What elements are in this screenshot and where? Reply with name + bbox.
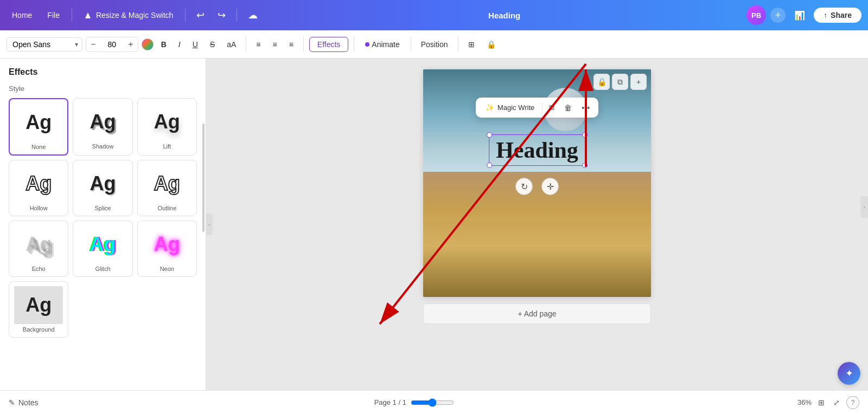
help-button[interactable]: ? [846, 396, 859, 409]
heading-text[interactable]: Heading [496, 137, 578, 163]
style-card-shadow[interactable]: Ag Shadow [73, 98, 132, 156]
bottom-center: Page 1 / 1 [39, 398, 790, 407]
cloud-save-button[interactable]: ☁ [244, 7, 262, 23]
font-size-decrease-button[interactable]: − [86, 37, 100, 51]
bold-button[interactable]: B [157, 38, 171, 51]
sidebar-collapse-handle[interactable]: ‹ [206, 214, 213, 235]
font-size-input[interactable] [101, 38, 123, 51]
list-indent-button[interactable]: ≡ [285, 38, 298, 51]
page-info: Page 1 / 1 [374, 398, 406, 406]
float-toolbar: ✨ Magic Write ⧉ 🗑 ••• [476, 98, 598, 118]
right-panel-collapse[interactable]: › [860, 196, 868, 218]
position-button[interactable]: Position [417, 38, 452, 51]
text-case-button[interactable]: aA [222, 38, 240, 51]
style-label-none: None [31, 144, 46, 150]
document-title: Heading [488, 11, 520, 20]
toolbar-divider-2 [303, 37, 304, 52]
canvas-background-image: 🔒 ⧉ + ✨ Magic Write ⧉ 🗑 ••• [423, 69, 651, 297]
handle-top-right[interactable] [582, 132, 588, 138]
add-page-button[interactable]: + Add page [423, 303, 651, 324]
float-more-button[interactable]: ••• [578, 101, 593, 114]
bottom-bar: ✎ Notes Page 1 / 1 36% ⊞ ⤢ ? [0, 390, 868, 414]
handle-top-left[interactable] [487, 132, 492, 138]
undo-button[interactable]: ↩ [192, 7, 209, 23]
nav-divider-2 [185, 9, 186, 22]
strikethrough-label: S [210, 40, 215, 49]
underline-button[interactable]: U [188, 38, 202, 51]
canvas-add-icon[interactable]: + [630, 74, 647, 90]
font-family-wrapper: Open Sans Arial Georgia [7, 37, 82, 51]
font-size-group: − + [86, 37, 138, 52]
effects-button[interactable]: Effects [309, 37, 349, 52]
rotate-control[interactable]: ↻ [515, 178, 533, 195]
nav-center: Heading [266, 11, 742, 20]
file-button[interactable]: File [42, 9, 65, 22]
animate-dot [365, 42, 369, 47]
style-card-outline[interactable]: Ag Outline [137, 160, 197, 216]
strikethrough-button[interactable]: S [206, 38, 219, 51]
home-button[interactable]: Home [7, 9, 37, 22]
style-card-glitch[interactable]: Ag Glitch [73, 221, 132, 277]
resize-magic-switch-button[interactable]: Resize & Magic Switch [79, 9, 178, 22]
canvas-area: ‹ 🔒 ⧉ + ✨ Magic Write [206, 59, 868, 390]
redo-button[interactable]: ↪ [213, 7, 230, 23]
nav-divider-1 [72, 9, 72, 22]
ai-assistant-button[interactable]: ✦ [838, 362, 860, 385]
heading-text-container[interactable]: Heading [489, 134, 585, 166]
style-card-none[interactable]: Ag None [9, 98, 68, 156]
magic-write-icon: ✨ [486, 104, 494, 112]
sidebar-title: Effects [9, 67, 197, 77]
style-card-echo[interactable]: Ag Echo [9, 221, 68, 277]
lock-button[interactable]: 🔒 [482, 38, 500, 51]
font-family-select[interactable]: Open Sans Arial Georgia [7, 37, 82, 51]
share-button[interactable]: ↑ Share [814, 8, 861, 23]
canvas-lock-icon[interactable]: 🔒 [593, 74, 610, 90]
zoom-percentage: 36% [790, 398, 812, 406]
handle-bottom-left[interactable] [487, 163, 492, 168]
font-size-increase-button[interactable]: + [124, 37, 137, 51]
analytics-button[interactable]: 📊 [790, 8, 809, 23]
float-delete-button[interactable]: 🗑 [561, 101, 575, 114]
style-preview-glitch: Ag [78, 225, 127, 263]
nav-right: PB + 📊 ↑ Share [746, 5, 861, 25]
text-color-button[interactable] [142, 38, 154, 50]
handle-bottom-right[interactable] [582, 163, 588, 168]
magic-write-button[interactable]: ✨ Magic Write [481, 101, 539, 114]
style-card-splice[interactable]: Ag Splice [73, 160, 132, 216]
page-slider[interactable] [411, 398, 454, 407]
move-control[interactable]: ✛ [541, 178, 559, 195]
notes-button[interactable]: ✎ Notes [9, 398, 39, 407]
scroll-handle[interactable] [202, 124, 205, 232]
style-preview-splice: Ag [78, 165, 127, 203]
italic-button[interactable]: I [174, 38, 185, 51]
style-label-glitch: Glitch [95, 266, 110, 272]
float-copy-button[interactable]: ⧉ [546, 101, 558, 114]
list-button[interactable]: ≡ [268, 38, 281, 51]
style-label-splice: Splice [95, 205, 111, 211]
style-card-background[interactable]: Ag Background [9, 281, 68, 338]
style-card-neon[interactable]: Ag Neon [137, 221, 197, 277]
add-collaborator-button[interactable]: + [770, 8, 786, 23]
more-options-button[interactable]: ⊞ [464, 38, 479, 51]
share-label: Share [831, 11, 852, 20]
align-center-button[interactable]: ≡ [252, 38, 265, 51]
style-card-lift[interactable]: Ag Lift [137, 98, 197, 156]
share-icon: ↑ [824, 11, 827, 20]
italic-label: I [178, 40, 181, 49]
underline-label: U [193, 40, 198, 49]
notes-icon: ✎ [9, 398, 15, 407]
fullscreen-button[interactable]: ⤢ [831, 397, 842, 408]
canvas-top-icons: 🔒 ⧉ + [593, 74, 647, 90]
animate-button[interactable]: Animate [360, 38, 405, 51]
float-divider [542, 102, 542, 113]
style-card-hollow[interactable]: Ag Hollow [9, 160, 68, 216]
notes-label: Notes [18, 398, 39, 407]
toolbar-divider-3 [354, 37, 354, 52]
style-label-hollow: Hollow [30, 205, 48, 211]
effects-sidebar: Effects Style Ag None Ag Shadow Ag Lift … [0, 59, 206, 390]
style-label-background: Background [23, 326, 55, 333]
user-avatar[interactable]: PB [746, 5, 766, 25]
style-preview-neon: Ag [143, 225, 192, 263]
grid-view-button[interactable]: ⊞ [816, 397, 827, 408]
canvas-duplicate-icon[interactable]: ⧉ [612, 74, 628, 90]
